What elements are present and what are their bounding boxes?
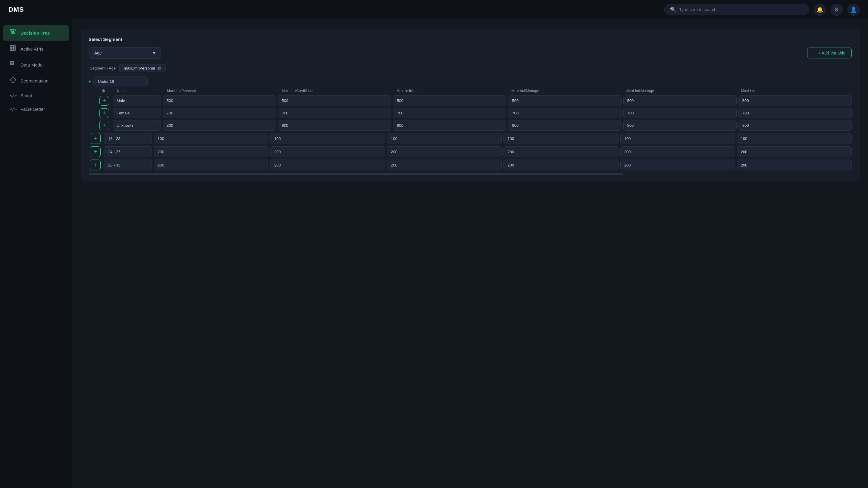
- value-setter-icon: </>: [10, 107, 16, 111]
- c1-unknown[interactable]: [163, 120, 276, 131]
- collapse-button-under18[interactable]: ▾: [89, 78, 91, 84]
- add-row-button-18-23[interactable]: +: [90, 133, 101, 144]
- c2-28-33[interactable]: [270, 160, 385, 170]
- c2-unknown[interactable]: [278, 120, 391, 131]
- active-apis-icon: [10, 45, 16, 53]
- user-profile-button[interactable]: 👤: [847, 4, 860, 15]
- segment-block-24-27: +: [89, 146, 852, 157]
- c5-24-27[interactable]: [620, 146, 735, 157]
- add-row-button-24-27[interactable]: +: [90, 146, 101, 157]
- c6-unknown[interactable]: [739, 120, 852, 131]
- search-input[interactable]: [679, 7, 803, 12]
- c1-28-33[interactable]: [154, 160, 269, 170]
- segment-dropdown[interactable]: Age ▾: [89, 47, 161, 59]
- table-row: +: [98, 95, 852, 106]
- c5-unknown[interactable]: [623, 120, 737, 131]
- sidebar-item-segmentation[interactable]: Segmentation: [3, 73, 69, 89]
- c3-28-33[interactable]: [387, 160, 502, 170]
- sidebar-item-value-setter[interactable]: </> Value Setter: [3, 103, 69, 116]
- c3-female[interactable]: [393, 108, 506, 118]
- c3-24-27[interactable]: [387, 146, 502, 157]
- c3-male[interactable]: [393, 95, 506, 106]
- search-bar[interactable]: 🔍: [664, 4, 809, 15]
- col-header-4: MaxLimitMortage: [509, 88, 622, 94]
- table-wrapper: ▾ 🗑 Name MaxLimitPersonal MaxLimitCredit…: [89, 76, 852, 175]
- svg-rect-11: [12, 45, 13, 47]
- svg-rect-16: [14, 45, 16, 47]
- segmentation-icon: [10, 77, 16, 85]
- bell-icon: 🔔: [816, 6, 823, 13]
- segment-header: Select Segment: [89, 37, 852, 42]
- name-input-female[interactable]: [113, 108, 161, 118]
- c1-24-27[interactable]: [154, 146, 269, 157]
- script-icon: </>: [10, 93, 16, 98]
- c1-female[interactable]: [163, 108, 276, 118]
- range-input-24-27[interactable]: [104, 146, 152, 157]
- segment-label-row: Segment - Age maxLimitPersonal 🗑: [89, 64, 852, 72]
- svg-rect-17: [14, 47, 16, 49]
- svg-rect-22: [12, 63, 13, 65]
- c4-female[interactable]: [508, 108, 621, 118]
- sidebar-item-label: Data Model: [21, 62, 44, 67]
- segment-block-28-33: +: [89, 160, 852, 170]
- notification-bell-button[interactable]: 🔔: [814, 4, 826, 15]
- add-row-button-unknown[interactable]: +: [99, 121, 109, 130]
- sidebar-item-data-model[interactable]: Data Model: [3, 57, 69, 72]
- settings-button[interactable]: ⚙: [831, 4, 843, 15]
- segment-block-under18: ▾ 🗑 Name MaxLimitPersonal MaxLimitCredit…: [89, 76, 852, 131]
- c1-18-23[interactable]: [154, 133, 269, 144]
- segment-label-text: Segment - Age: [90, 66, 116, 70]
- svg-rect-18: [14, 49, 16, 51]
- sidebar-item-script[interactable]: </> Script: [3, 89, 69, 102]
- delete-variable-icon[interactable]: 🗑: [157, 66, 161, 70]
- add-row-button-male[interactable]: +: [99, 96, 109, 106]
- sidebar-item-label: Decision Tree: [21, 30, 50, 35]
- c2-female[interactable]: [278, 108, 391, 118]
- col-header-1: MaxLimitPersonal: [164, 88, 277, 94]
- add-row-button-28-33[interactable]: +: [90, 160, 101, 170]
- c2-male[interactable]: [278, 95, 391, 106]
- main-layout: Decision Tree Active APIs: [0, 19, 868, 488]
- c6-18-23[interactable]: [737, 133, 852, 144]
- col-header-name: Name: [115, 88, 163, 94]
- c4-24-27[interactable]: [503, 146, 618, 157]
- c5-18-23[interactable]: [620, 133, 735, 144]
- range-input-18-23[interactable]: [104, 133, 152, 144]
- horizontal-scrollbar[interactable]: [89, 173, 623, 175]
- c3-18-23[interactable]: [387, 133, 502, 144]
- svg-rect-21: [10, 63, 12, 65]
- c6-24-27[interactable]: [737, 146, 852, 157]
- search-icon: 🔍: [670, 7, 676, 12]
- add-variable-button[interactable]: + + Add Variable: [807, 47, 852, 58]
- name-input-male[interactable]: [113, 95, 161, 106]
- chevron-down-icon: ▾: [153, 51, 155, 55]
- c5-28-33[interactable]: [620, 160, 735, 170]
- variable-tag: maxLimitPersonal 🗑: [119, 64, 166, 72]
- c6-male[interactable]: [739, 95, 852, 106]
- sidebar-item-label: Active APIs: [21, 46, 43, 52]
- sidebar-item-active-apis[interactable]: Active APIs: [3, 41, 69, 57]
- add-row-button-female[interactable]: +: [99, 108, 109, 118]
- c4-unknown[interactable]: [508, 120, 621, 131]
- sidebar-item-decision-tree[interactable]: Decision Tree: [3, 25, 69, 41]
- sub-rows-under18: + +: [89, 95, 852, 131]
- range-input-under18[interactable]: [93, 76, 148, 87]
- c5-female[interactable]: [623, 108, 737, 118]
- c5-male[interactable]: [623, 95, 737, 106]
- c4-28-33[interactable]: [503, 160, 618, 170]
- svg-rect-19: [10, 61, 12, 63]
- c6-female[interactable]: [739, 108, 852, 118]
- c6-28-33[interactable]: [737, 160, 852, 170]
- name-input-unknown[interactable]: [113, 120, 161, 131]
- c2-18-23[interactable]: [270, 133, 385, 144]
- range-input-28-33[interactable]: [104, 160, 152, 170]
- c4-18-23[interactable]: [503, 133, 618, 144]
- decision-tree-icon: [10, 29, 16, 37]
- c1-male[interactable]: [163, 95, 276, 106]
- c3-unknown[interactable]: [393, 120, 506, 131]
- c4-male[interactable]: [508, 95, 621, 106]
- variable-tag-text: maxLimitPersonal: [124, 66, 155, 70]
- c2-24-27[interactable]: [270, 146, 385, 157]
- user-icon: 👤: [850, 6, 857, 13]
- svg-rect-4: [13, 32, 15, 34]
